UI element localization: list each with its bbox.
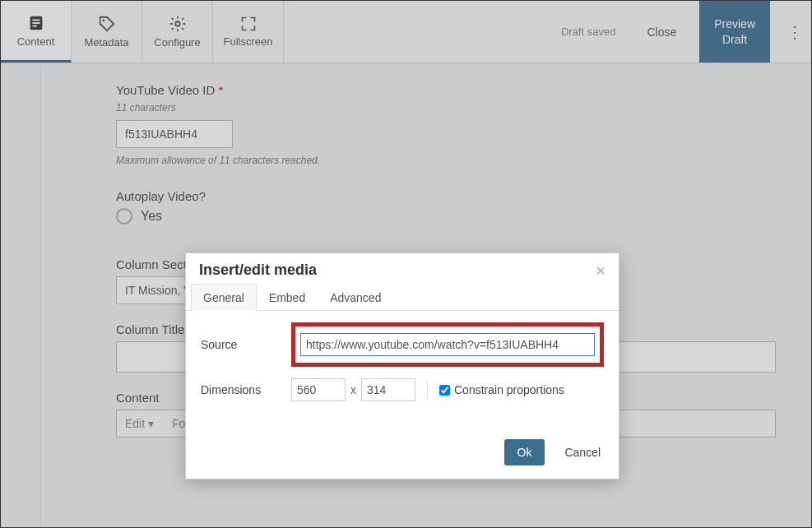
dialog-header: Insert/edit media × bbox=[186, 253, 619, 284]
ok-button[interactable]: Ok bbox=[504, 439, 545, 465]
cancel-button[interactable]: Cancel bbox=[561, 439, 604, 465]
constrain-checkbox[interactable] bbox=[439, 385, 450, 396]
source-label: Source bbox=[201, 338, 291, 351]
dimensions-row: Dimensions x Constrain proportions bbox=[201, 378, 604, 401]
source-highlight-box bbox=[291, 322, 604, 367]
dimensions-divider bbox=[427, 381, 428, 399]
constrain-label: Constrain proportions bbox=[454, 383, 564, 396]
source-input[interactable] bbox=[300, 333, 595, 356]
source-row: Source bbox=[201, 322, 604, 367]
dialog-footer: Ok Cancel bbox=[186, 431, 619, 479]
height-input[interactable] bbox=[361, 378, 415, 401]
insert-media-dialog: Insert/edit media × General Embed Advanc… bbox=[185, 252, 619, 479]
dialog-close-button[interactable]: × bbox=[596, 262, 606, 279]
dialog-tab-advanced[interactable]: Advanced bbox=[318, 284, 393, 311]
dialog-tab-general[interactable]: General bbox=[191, 284, 257, 311]
dimensions-label: Dimensions bbox=[201, 383, 291, 396]
dialog-tabs: General Embed Advanced bbox=[186, 284, 619, 311]
dialog-title: Insert/edit media bbox=[199, 262, 317, 279]
width-input[interactable] bbox=[291, 378, 346, 401]
dialog-tab-embed[interactable]: Embed bbox=[257, 284, 318, 311]
dialog-body: Source Dimensions x Constrain proportion… bbox=[186, 311, 619, 431]
dimensions-x: x bbox=[350, 383, 356, 396]
